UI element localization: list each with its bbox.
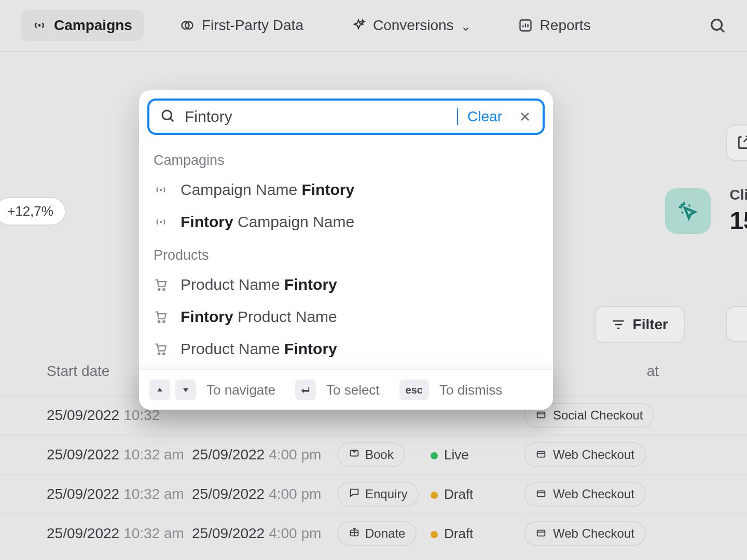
nav-campaigns[interactable]: Campaigns [21,10,144,41]
ctr-value: 15 [729,207,747,234]
search-field[interactable]: Fintory Clear [147,99,545,135]
export-button[interactable] [726,124,747,161]
table-row[interactable]: n 25/09/202210:32 am 25/09/20224:00 pm E… [0,474,747,513]
svg-rect-5 [537,412,545,418]
dashboard: +12,7% Click-thr 15% Filter Start date a… [0,52,747,83]
table-row[interactable]: n 25/09/202210:32 am 25/09/20224:00 pm D… [0,513,747,553]
filter-button[interactable]: Filter [594,306,685,343]
row-end: 25/09/20224:00 pm [192,525,337,542]
row-name: n [0,486,47,502]
key-enter-icon [295,380,316,400]
cart-icon [154,342,168,356]
bar-chart-icon [518,18,533,33]
svg-point-19 [163,353,165,355]
search-results: Campagins Campaign Name Fintory Fintory … [139,143,553,369]
search-result[interactable]: Campaign Name Fintory [145,174,547,206]
svg-rect-7 [537,452,545,457]
ctr-card: Click-thr 15% [665,187,747,235]
search-icon [160,108,175,125]
row-name: n [0,525,47,542]
row-end: 25/09/20224:00 pm [192,486,337,502]
result-text: Product Name Fintory [181,276,337,293]
columns-button[interactable] [726,306,747,342]
search-footer: To navigate To select esc To dismiss [139,369,553,410]
row-start: 25/09/202210:32 am [47,486,192,502]
broadcast-icon [154,215,168,229]
svg-point-12 [160,189,162,191]
svg-point-13 [160,221,162,223]
row-name: n [0,446,47,463]
chevron-down-icon [461,21,471,30]
nav-reports[interactable]: Reports [507,10,602,41]
row-status: Live [431,446,524,463]
close-icon[interactable] [518,109,532,124]
cart-icon [154,310,168,324]
row-status: Draft [431,525,524,542]
svg-rect-8 [537,491,545,497]
result-text: Product Name Fintory [181,340,337,358]
section-campaigns: Campagins [145,143,547,174]
result-text: Campaign Name Fintory [181,181,354,199]
svg-point-4 [712,20,722,30]
svg-point-11 [162,110,172,120]
row-status: Draft [431,486,524,502]
result-text: Fintory Product Name [181,308,337,326]
search-result[interactable]: Fintory Product Name [145,301,547,333]
svg-point-0 [38,24,41,27]
change-badge: +12,7% [0,197,66,226]
ctr-label: Click-thr [729,187,747,203]
key-up-icon [149,380,170,400]
nav-reports-label: Reports [540,17,591,34]
svg-point-18 [158,353,160,355]
broadcast-icon [154,183,168,197]
row-start: 25/09/202210:32 am [47,446,192,463]
search-modal: Fintory Clear Campagins Campaign Name Fi… [139,90,553,410]
row-start: 25/09/202210:32 am [47,525,192,542]
row-format: Web Checkout [524,521,659,546]
goal-icon [349,447,360,462]
svg-point-14 [158,289,160,291]
row-format: Web Checkout [524,482,659,507]
row-format: Web Checkout [524,442,659,467]
top-nav: Campaigns First-Party Data Conversions R… [0,0,747,52]
goal-icon [349,526,360,541]
table-row[interactable]: n 25/09/202210:32 am 25/09/20224:00 pm B… [0,435,747,474]
nav-first-party[interactable]: First-Party Data [169,10,315,41]
nav-conversions[interactable]: Conversions [340,10,482,41]
broadcast-icon [32,18,47,33]
nav-campaigns-label: Campaigns [54,17,132,34]
row-goal: Donate [337,521,431,546]
svg-point-15 [163,289,165,291]
search-clear-button[interactable]: Clear [467,108,502,125]
sparkle-icon [351,18,366,33]
filter-label: Filter [633,316,668,333]
nav-first-party-label: First-Party Data [202,17,303,34]
cart-icon [154,277,168,292]
goal-icon [349,487,360,501]
row-goal: Enquiry [337,482,431,507]
section-products: Products [145,238,547,269]
row-name: n [0,407,47,424]
search-result[interactable]: Product Name Fintory [145,333,547,365]
key-down-icon [175,380,196,400]
svg-point-17 [163,321,165,323]
row-end: 25/09/20224:00 pm [192,446,337,463]
text-cursor [457,108,458,125]
hint-navigate: To navigate [206,382,275,398]
row-goal: Book [337,442,431,467]
svg-rect-10 [537,530,545,536]
svg-point-16 [158,321,160,323]
key-esc: esc [399,380,429,400]
overlap-icon [180,18,195,33]
nav-conversions-label: Conversions [373,17,454,34]
nav-search-button[interactable] [709,17,726,34]
search-result[interactable]: Fintory Campaign Name [145,206,547,238]
result-text: Fintory Campaign Name [181,213,354,231]
svg-rect-6 [351,451,358,456]
search-input[interactable]: Fintory [185,108,460,125]
pointer-click-icon [665,188,711,234]
search-result[interactable]: Product Name Fintory [145,269,547,301]
hint-dismiss: To dismiss [439,382,502,398]
hint-select: To select [326,382,380,398]
